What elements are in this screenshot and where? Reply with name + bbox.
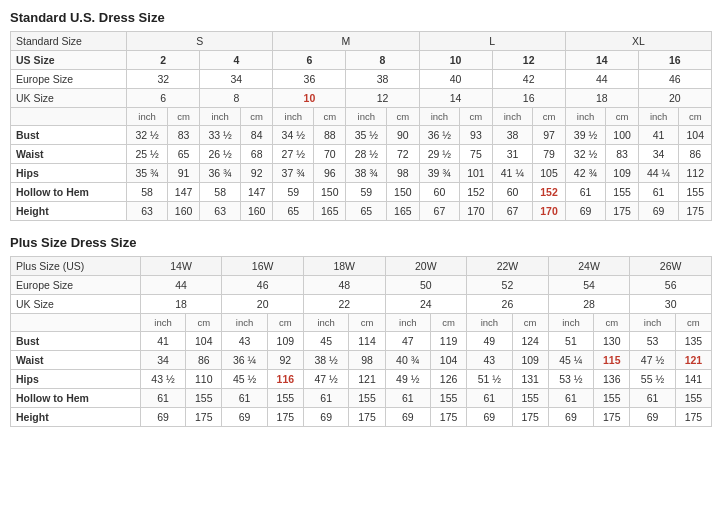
plus-eu-label: Europe Size	[11, 276, 141, 295]
hips-xl14-inch: 42 ¾	[565, 164, 606, 183]
waist-xl14-inch: 32 ½	[565, 145, 606, 164]
height-m6-inch: 65	[273, 202, 314, 221]
p-24w: 24W	[548, 257, 630, 276]
plus-bust-22w-cm: 124	[512, 332, 548, 351]
plus-bust-label: Bust	[11, 332, 141, 351]
hips-l12-inch: 41 ¼	[492, 164, 533, 183]
p-16w: 16W	[222, 257, 304, 276]
plus-waist-24w-cm: 115	[594, 351, 630, 370]
hips-m6-cm: 96	[314, 164, 346, 183]
plus-unit-inch-5: inch	[467, 314, 512, 332]
bust-label: Bust	[11, 126, 127, 145]
plus-hips-20w-cm: 126	[431, 370, 467, 389]
plus-hollow-24w-cm: 155	[594, 389, 630, 408]
plus-size-label: Plus Size (US)	[11, 257, 141, 276]
uk-10: 10	[273, 89, 346, 108]
unit-cm-5: cm	[460, 108, 492, 126]
height-s2-inch: 63	[127, 202, 168, 221]
us-6: 6	[273, 51, 346, 70]
waist-xl16-inch: 34	[638, 145, 679, 164]
plus-height-18w-cm: 175	[349, 408, 385, 427]
height-l12-cm: 170	[533, 202, 565, 221]
hips-xl16-inch: 44 ¼	[638, 164, 679, 183]
bust-m8-inch: 35 ½	[346, 126, 387, 145]
plus-unit-cm-6: cm	[594, 314, 630, 332]
unit-cm-2: cm	[241, 108, 273, 126]
plus-height-16w-cm: 175	[267, 408, 303, 427]
standard-size-label: Standard Size	[11, 32, 127, 51]
eu-32: 32	[127, 70, 200, 89]
hollow-l10-inch: 60	[419, 183, 460, 202]
bust-m8-cm: 90	[387, 126, 419, 145]
waist-s2-inch: 25 ½	[127, 145, 168, 164]
waist-m6-cm: 70	[314, 145, 346, 164]
plus-waist-16w-cm: 92	[267, 351, 303, 370]
plus-table: Plus Size (US) 14W 16W 18W 20W 22W 24W 2…	[10, 256, 712, 427]
plus-waist-18w-inch: 38 ½	[303, 351, 348, 370]
height-l10-cm: 170	[460, 202, 492, 221]
unit-inch-8: inch	[638, 108, 679, 126]
hollow-l10-cm: 152	[460, 183, 492, 202]
plus-hips-24w-cm: 136	[594, 370, 630, 389]
plus-height-26w-cm: 175	[675, 408, 711, 427]
height-m8-inch: 65	[346, 202, 387, 221]
l-group: L	[419, 32, 565, 51]
plus-bust-18w-inch: 45	[303, 332, 348, 351]
plus-hollow-18w-inch: 61	[303, 389, 348, 408]
plus-hips-26w-inch: 55 ½	[630, 370, 675, 389]
eu-36: 36	[273, 70, 346, 89]
plus-hollow-18w-cm: 155	[349, 389, 385, 408]
plus-hollow-label: Hollow to Hem	[11, 389, 141, 408]
plus-hips-16w-cm: 116	[267, 370, 303, 389]
uk-16: 16	[492, 89, 565, 108]
unit-inch-2: inch	[200, 108, 241, 126]
plus-waist-16w-inch: 36 ¼	[222, 351, 267, 370]
hollow-m6-inch: 59	[273, 183, 314, 202]
height-s2-cm: 160	[167, 202, 199, 221]
height-xl14-inch: 69	[565, 202, 606, 221]
plus-bust-22w-inch: 49	[467, 332, 512, 351]
plus-bust-14w-cm: 104	[186, 332, 222, 351]
uk-20: 20	[638, 89, 711, 108]
p-14w: 14W	[140, 257, 222, 276]
bust-s4-cm: 84	[241, 126, 273, 145]
plus-uk-20: 20	[222, 295, 304, 314]
bust-m6-cm: 88	[314, 126, 346, 145]
hollow-l12-inch: 60	[492, 183, 533, 202]
bust-xl16-cm: 104	[679, 126, 712, 145]
plus-unit-inch-6: inch	[548, 314, 593, 332]
unit-cm-6: cm	[533, 108, 565, 126]
hollow-s2-inch: 58	[127, 183, 168, 202]
plus-uk-26: 26	[467, 295, 549, 314]
hips-m6-inch: 37 ¾	[273, 164, 314, 183]
hips-l10-cm: 101	[460, 164, 492, 183]
uk-8: 8	[200, 89, 273, 108]
xl-group: XL	[565, 32, 711, 51]
waist-s4-inch: 26 ½	[200, 145, 241, 164]
plus-waist-26w-cm: 121	[675, 351, 711, 370]
waist-s4-cm: 68	[241, 145, 273, 164]
waist-s2-cm: 65	[167, 145, 199, 164]
eu-40: 40	[419, 70, 492, 89]
p-22w: 22W	[467, 257, 549, 276]
bust-l10-cm: 93	[460, 126, 492, 145]
waist-l12-cm: 79	[533, 145, 565, 164]
height-s4-inch: 63	[200, 202, 241, 221]
plus-hips-26w-cm: 141	[675, 370, 711, 389]
us-16: 16	[638, 51, 711, 70]
plus-waist-20w-inch: 40 ¾	[385, 351, 430, 370]
plus-unit-cm-1: cm	[186, 314, 222, 332]
plus-hips-18w-cm: 121	[349, 370, 385, 389]
bust-xl14-cm: 100	[606, 126, 638, 145]
hips-s2-inch: 35 ¾	[127, 164, 168, 183]
height-xl16-inch: 69	[638, 202, 679, 221]
bust-s2-cm: 83	[167, 126, 199, 145]
uk-12: 12	[346, 89, 419, 108]
plus-waist-18w-cm: 98	[349, 351, 385, 370]
plus-hollow-14w-cm: 155	[186, 389, 222, 408]
us-size-label: US Size	[11, 51, 127, 70]
height-l12-inch: 67	[492, 202, 533, 221]
plus-bust-20w-cm: 119	[431, 332, 467, 351]
height-label: Height	[11, 202, 127, 221]
plus-bust-24w-cm: 130	[594, 332, 630, 351]
